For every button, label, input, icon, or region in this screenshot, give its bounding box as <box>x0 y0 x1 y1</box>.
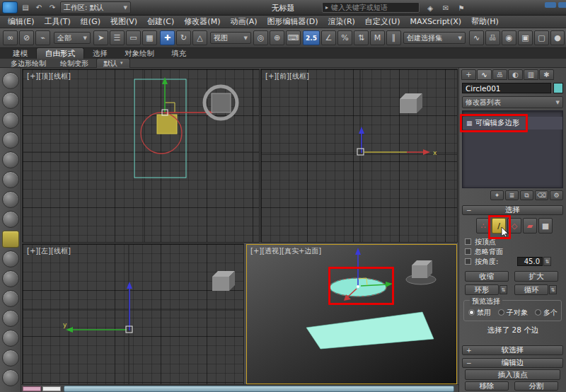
use-pivot-point-icon[interactable]: ◎ <box>253 30 268 45</box>
ribbon-tab-selection[interactable]: 选择 <box>84 48 116 59</box>
selection-rollout-header[interactable]: − 选择 <box>462 205 563 215</box>
angle-snap-icon[interactable]: ∠ <box>321 30 336 45</box>
object-color-swatch[interactable] <box>553 83 563 93</box>
reference-coordinate-dropdown[interactable]: 视图 ▼ <box>210 32 251 44</box>
angle-spinner[interactable]: ⇅ <box>543 257 551 266</box>
preview-subobject-radio[interactable] <box>498 309 504 316</box>
material-editor-icon[interactable]: ◉ <box>502 30 516 45</box>
left-tool-icon-4[interactable] <box>2 132 19 149</box>
viewport-front[interactable]: [+][前][线框] x <box>261 69 457 242</box>
motion-tab-icon[interactable]: ◐ <box>508 69 523 80</box>
remove-button[interactable]: 移除 <box>465 381 509 391</box>
menu-views[interactable]: 视图(V) <box>105 16 142 28</box>
save-icon[interactable]: ▤ <box>20 2 31 13</box>
left-tool-icon-15[interactable] <box>2 350 19 367</box>
make-unique-icon[interactable]: ⧉ <box>520 190 533 200</box>
viewport-label[interactable]: [+][透视][真实+边面] <box>250 246 321 256</box>
mirror-icon[interactable]: M <box>370 30 385 45</box>
panel-tab-paint-deform[interactable]: 绘制变形 <box>54 59 95 68</box>
left-tool-icon-14[interactable] <box>2 330 19 347</box>
menu-group[interactable]: 组(G) <box>76 16 105 28</box>
pin-stack-icon[interactable]: ✦ <box>490 190 504 200</box>
polygon-subobject-button[interactable]: ▰ <box>523 218 537 234</box>
search-input[interactable]: ▸ 键入关键字或短语 <box>322 2 420 13</box>
object-name-field[interactable]: Circle001 <box>462 83 551 93</box>
left-tool-icon-5[interactable] <box>2 151 19 168</box>
ring-button[interactable]: 环形 <box>465 284 499 295</box>
bind-to-spacewarp-icon[interactable]: ⌁ <box>35 30 50 45</box>
select-and-move-icon[interactable]: ✚ <box>160 30 175 45</box>
select-and-manipulate-icon[interactable]: ⊕ <box>270 30 284 45</box>
left-tool-icon-8[interactable] <box>2 211 19 228</box>
select-object-icon[interactable]: ➤ <box>93 30 108 45</box>
loop-button[interactable]: 循环 <box>514 284 548 295</box>
modifier-list-dropdown[interactable]: 修改器列表 ▼ <box>462 96 563 108</box>
left-tool-icon-1[interactable] <box>2 72 19 89</box>
favorites-icon[interactable]: ⚑ <box>456 2 467 13</box>
select-by-name-icon[interactable]: ☰ <box>110 30 125 45</box>
remove-modifier-icon[interactable]: ⌫ <box>535 190 548 200</box>
viewport-label[interactable]: [+][前][线框] <box>265 71 309 81</box>
select-and-link-icon[interactable]: ∞ <box>3 30 18 45</box>
viewport-label[interactable]: [+][左][线框] <box>27 246 71 256</box>
named-selection-set-combo[interactable]: 创建选择集 ▼ <box>403 32 466 44</box>
menu-edit[interactable]: 编辑(E) <box>3 16 40 28</box>
selection-filter-dropdown[interactable]: 全部 ▼ <box>54 32 91 44</box>
show-end-result-icon[interactable]: ≣ <box>505 190 519 200</box>
menu-tools[interactable]: 工具(T) <box>40 16 76 28</box>
viewport-perspective-canvas[interactable] <box>246 244 457 384</box>
viewport-label[interactable]: [+][顶][线框] <box>27 71 71 81</box>
left-tool-icon-12[interactable] <box>2 290 19 307</box>
viewport-front-canvas[interactable]: x <box>261 69 457 242</box>
preview-disable-radio[interactable] <box>468 309 475 316</box>
menu-maxscript[interactable]: MAXScript(X) <box>405 16 466 28</box>
snap-toggle-icon[interactable]: 2.5 <box>303 30 320 45</box>
ignore-backfacing-checkbox[interactable] <box>465 248 471 255</box>
by-vertex-checkbox[interactable] <box>465 238 471 245</box>
viewport-left-canvas[interactable]: y <box>23 244 243 384</box>
menu-help[interactable]: 帮助(H) <box>466 16 504 28</box>
curve-editor-icon[interactable]: ∿ <box>469 30 484 45</box>
angle-value-field[interactable]: 45.0 <box>517 257 543 266</box>
ribbon-tab-object-paint[interactable]: 对象绘制 <box>116 48 163 59</box>
viewport-top[interactable]: [+][顶][线框] x <box>23 69 259 242</box>
ribbon-tab-freeform[interactable]: 自由形式 <box>36 47 84 59</box>
left-tool-icon-16[interactable] <box>2 369 19 386</box>
window-control-icon[interactable] <box>558 2 566 8</box>
communication-icon[interactable]: ✉ <box>440 2 451 13</box>
select-and-rotate-icon[interactable]: ↻ <box>176 30 191 45</box>
unlink-selection-icon[interactable]: ⊘ <box>19 30 34 45</box>
menu-create[interactable]: 创建(C) <box>142 16 179 28</box>
spinner-snap-icon[interactable]: ⇅ <box>354 30 369 45</box>
window-crossing-icon[interactable]: ▦ <box>142 30 157 45</box>
select-and-scale-icon[interactable]: △ <box>192 30 207 45</box>
insert-vertex-button[interactable]: 插入顶点 <box>465 369 560 380</box>
left-tool-icon-6[interactable] <box>2 171 19 188</box>
workspace-selector[interactable]: 工作区: 默认 ▼ <box>60 1 131 13</box>
viewport-left[interactable]: [+][左][线框] y <box>23 244 243 384</box>
schematic-view-icon[interactable]: 品 <box>485 30 500 45</box>
element-subobject-button[interactable]: ■ <box>538 218 553 234</box>
render-setup-icon[interactable]: ▣ <box>518 30 533 45</box>
modify-tab-icon[interactable]: ∿ <box>477 69 492 80</box>
menu-customize[interactable]: 自定义(U) <box>360 16 405 28</box>
loop-spinner[interactable]: ⇅ <box>549 285 557 294</box>
maxscript-mini-listener-pink[interactable] <box>23 386 41 391</box>
menu-graph-editors[interactable]: 图形编辑器(D) <box>262 16 323 28</box>
hierarchy-tab-icon[interactable]: 品 <box>492 69 507 80</box>
left-tool-icon-2[interactable] <box>2 92 19 109</box>
soft-selection-rollout-header[interactable]: + 软选择 <box>462 345 563 355</box>
ring-spinner[interactable]: ⇅ <box>499 285 507 294</box>
display-tab-icon[interactable]: ▥ <box>524 69 538 80</box>
utilities-tab-icon[interactable]: ✱ <box>539 69 554 80</box>
3dsmax-logo-icon[interactable] <box>2 1 18 13</box>
keyboard-shortcut-override-icon[interactable]: ⌨ <box>286 30 301 45</box>
ribbon-tab-modeling[interactable]: 建模 <box>4 48 36 59</box>
configure-modifier-sets-icon[interactable]: ⚙ <box>550 190 563 200</box>
create-tab-icon[interactable]: + <box>461 69 476 80</box>
left-tool-icon-3[interactable] <box>2 112 19 129</box>
percent-snap-icon[interactable]: % <box>337 30 352 45</box>
split-button[interactable]: 分割 <box>514 381 558 391</box>
rendered-frame-window-icon[interactable]: ▢ <box>534 30 549 45</box>
panel-tab-defaults[interactable]: 默认 ▾ <box>96 58 130 68</box>
